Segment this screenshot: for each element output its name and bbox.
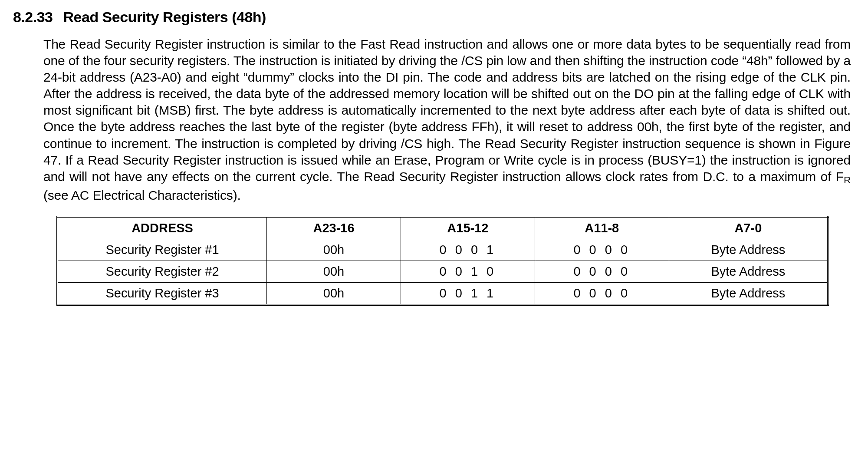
- table-header-row: ADDRESS A23-16 A15-12 A11-8 A7-0: [57, 217, 828, 239]
- header-a15-12: A15-12: [401, 217, 535, 239]
- cell-address: Security Register #2: [57, 261, 267, 283]
- fr-subscript: R: [844, 175, 851, 185]
- section-number: 8.2.33: [13, 9, 53, 25]
- section-title: Read Security Registers (48h): [63, 9, 266, 25]
- cell-a23-16: 00h: [267, 239, 401, 261]
- cell-a7-0: Byte Address: [669, 261, 828, 283]
- cell-a7-0: Byte Address: [669, 283, 828, 305]
- header-a11-8: A11-8: [535, 217, 669, 239]
- table-row: Security Register #1 00h 0 0 0 1 0 0 0 0…: [57, 239, 828, 261]
- cell-address: Security Register #3: [57, 283, 267, 305]
- cell-a11-8: 0 0 0 0: [535, 239, 669, 261]
- cell-a7-0: Byte Address: [669, 239, 828, 261]
- header-address: ADDRESS: [57, 217, 267, 239]
- table-row: Security Register #2 00h 0 0 1 0 0 0 0 0…: [57, 261, 828, 283]
- body-paragraph: The Read Security Register instruction i…: [43, 36, 851, 204]
- cell-a23-16: 00h: [267, 261, 401, 283]
- table-row: Security Register #3 00h 0 0 1 1 0 0 0 0…: [57, 283, 828, 305]
- cell-a11-8: 0 0 0 0: [535, 283, 669, 305]
- cell-address: Security Register #1: [57, 239, 267, 261]
- cell-a15-12: 0 0 1 0: [401, 261, 535, 283]
- header-a23-16: A23-16: [267, 217, 401, 239]
- cell-a15-12: 0 0 1 1: [401, 283, 535, 305]
- cell-a11-8: 0 0 0 0: [535, 261, 669, 283]
- section-heading: 8.2.33Read Security Registers (48h): [13, 9, 855, 26]
- paragraph-text-before: The Read Security Register instruction i…: [43, 37, 851, 184]
- paragraph-text-after: (see AC Electrical Characteristics).: [43, 188, 241, 202]
- address-table: ADDRESS A23-16 A15-12 A11-8 A7-0 Securit…: [56, 216, 829, 306]
- cell-a15-12: 0 0 0 1: [401, 239, 535, 261]
- cell-a23-16: 00h: [267, 283, 401, 305]
- header-a7-0: A7-0: [669, 217, 828, 239]
